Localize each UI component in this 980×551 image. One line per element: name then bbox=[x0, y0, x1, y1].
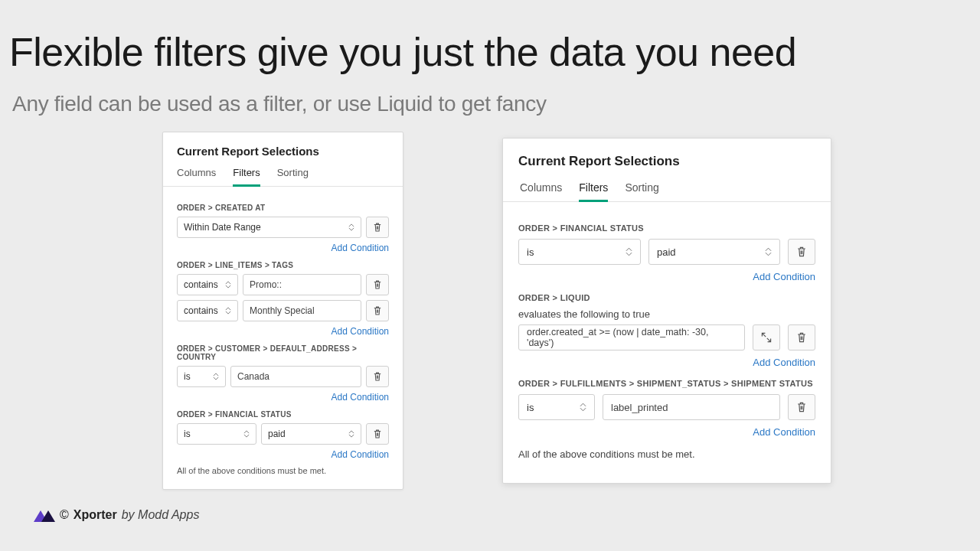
tab-columns[interactable]: Columns bbox=[520, 181, 562, 201]
input-value: label_printed bbox=[611, 402, 668, 413]
report-panel-left: Current Report Selections Columns Filter… bbox=[162, 132, 403, 490]
filter-row: order.created_at >= (now | date_math: -3… bbox=[518, 324, 815, 350]
date-range-select[interactable]: Within Date Range bbox=[177, 217, 361, 238]
input-value: Monthly Special bbox=[250, 305, 315, 316]
select-value: is bbox=[184, 429, 191, 439]
filter-value-input[interactable]: Promo:: bbox=[243, 274, 361, 295]
delete-button[interactable] bbox=[366, 274, 389, 295]
filter-value-input[interactable]: Canada bbox=[230, 366, 361, 387]
filter-row: Within Date Range bbox=[177, 217, 389, 238]
filter-row: contains Promo:: bbox=[177, 274, 389, 295]
chevron-updown-icon bbox=[225, 307, 231, 315]
delete-button[interactable] bbox=[788, 239, 815, 265]
chevron-updown-icon bbox=[626, 247, 632, 256]
add-condition-link[interactable]: Add Condition bbox=[177, 392, 389, 403]
chevron-updown-icon bbox=[765, 247, 772, 256]
chevron-updown-icon bbox=[243, 430, 250, 438]
tab-sorting[interactable]: Sorting bbox=[625, 181, 658, 201]
add-condition-link[interactable]: Add Condition bbox=[177, 243, 389, 253]
xporter-logo-icon bbox=[34, 508, 55, 522]
filter-section-label: ORDER > CREATED AT bbox=[177, 204, 389, 212]
product-name: Xporter bbox=[74, 508, 117, 522]
expand-button[interactable] bbox=[753, 324, 780, 350]
liquid-hint: evaluates the following to true bbox=[518, 308, 815, 320]
filter-row: is Canada bbox=[177, 366, 389, 387]
chevron-updown-icon bbox=[225, 281, 231, 289]
filter-section-label: ORDER > FINANCIAL STATUS bbox=[518, 223, 815, 233]
author-name: by Modd Apps bbox=[122, 508, 200, 522]
filter-row: is paid bbox=[518, 239, 815, 265]
conditions-footnote: All of the above conditions must be met. bbox=[518, 448, 815, 460]
operator-select[interactable]: contains bbox=[177, 274, 238, 295]
page-subtitle: Any field can be used as a filter, or us… bbox=[12, 92, 547, 116]
input-value: order.created_at >= (now | date_math: -3… bbox=[527, 327, 737, 348]
operator-select[interactable]: is bbox=[518, 239, 641, 265]
filter-row: is label_printed bbox=[518, 394, 815, 420]
tabs: Columns Filters Sorting bbox=[503, 175, 831, 202]
tab-filters[interactable]: Filters bbox=[233, 167, 260, 187]
filter-value-input[interactable]: label_printed bbox=[603, 394, 780, 420]
select-value: paid bbox=[657, 246, 676, 258]
add-condition-link[interactable]: Add Condition bbox=[177, 449, 389, 460]
delete-button[interactable] bbox=[366, 217, 389, 238]
filter-section-label: ORDER > FULFILLMENTS > SHIPMENT_STATUS >… bbox=[518, 379, 815, 388]
liquid-expression-input[interactable]: order.created_at >= (now | date_math: -3… bbox=[518, 324, 745, 350]
chevron-updown-icon bbox=[213, 373, 219, 380]
filter-value-input[interactable]: Monthly Special bbox=[243, 300, 361, 321]
delete-button[interactable] bbox=[366, 423, 389, 445]
tab-filters[interactable]: Filters bbox=[579, 181, 608, 202]
select-value: is bbox=[527, 402, 534, 413]
page-title: Flexible filters give you just the data … bbox=[9, 29, 796, 75]
filter-row: is paid bbox=[177, 423, 389, 445]
filter-section-label: ORDER > LIQUID bbox=[518, 293, 815, 302]
tab-sorting[interactable]: Sorting bbox=[277, 167, 309, 186]
delete-button[interactable] bbox=[788, 324, 815, 350]
filter-row: contains Monthly Special bbox=[177, 300, 389, 321]
operator-select[interactable]: contains bbox=[177, 300, 238, 321]
filter-value-select[interactable]: paid bbox=[648, 239, 780, 265]
chevron-updown-icon bbox=[580, 403, 586, 412]
add-condition-link[interactable]: Add Condition bbox=[177, 326, 389, 337]
select-value: is bbox=[184, 371, 191, 382]
operator-select[interactable]: is bbox=[177, 423, 256, 445]
filter-section-label: ORDER > CUSTOMER > DEFAULT_ADDRESS > COU… bbox=[177, 344, 389, 361]
select-value: contains bbox=[184, 305, 218, 316]
chevron-updown-icon bbox=[348, 223, 354, 231]
select-value: is bbox=[527, 246, 534, 258]
filter-section-label: ORDER > FINANCIAL STATUS bbox=[177, 410, 389, 419]
delete-button[interactable] bbox=[788, 394, 815, 420]
tabs: Columns Filters Sorting bbox=[163, 162, 403, 187]
select-value: contains bbox=[184, 279, 218, 290]
filter-section-label: ORDER > LINE_ITEMS > TAGS bbox=[177, 261, 389, 269]
filter-value-select[interactable]: paid bbox=[261, 423, 361, 445]
tab-columns[interactable]: Columns bbox=[177, 167, 216, 186]
select-value: paid bbox=[268, 429, 286, 439]
operator-select[interactable]: is bbox=[177, 366, 226, 387]
input-value: Canada bbox=[237, 371, 270, 382]
input-value: Promo:: bbox=[250, 279, 282, 290]
conditions-footnote: All of the above conditions must be met. bbox=[177, 466, 389, 475]
copyright-symbol: © bbox=[60, 508, 69, 522]
panel-title: Current Report Selections bbox=[163, 132, 403, 162]
report-panel-right: Current Report Selections Columns Filter… bbox=[502, 138, 831, 484]
add-condition-link[interactable]: Add Condition bbox=[518, 271, 815, 282]
add-condition-link[interactable]: Add Condition bbox=[518, 426, 815, 438]
branding-footer: © Xporter by Modd Apps bbox=[34, 508, 199, 522]
operator-select[interactable]: is bbox=[518, 394, 595, 420]
delete-button[interactable] bbox=[366, 300, 389, 321]
select-value: Within Date Range bbox=[184, 222, 261, 233]
chevron-updown-icon bbox=[348, 430, 354, 438]
panel-title: Current Report Selections bbox=[503, 139, 831, 175]
add-condition-link[interactable]: Add Condition bbox=[518, 357, 815, 368]
delete-button[interactable] bbox=[366, 366, 389, 387]
